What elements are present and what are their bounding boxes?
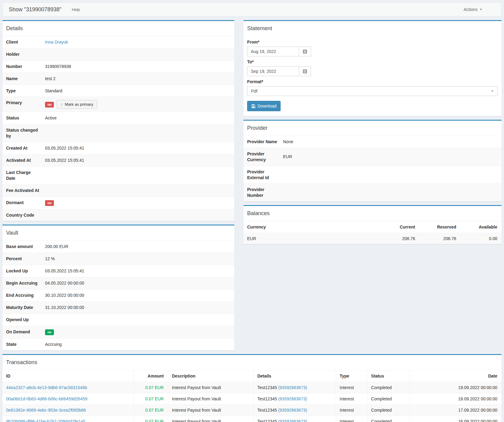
attr-row: Holder: [2, 48, 234, 60]
transaction-id: 44ea2327-a8cb-4e13-9db6-97ac5831546b: [2, 382, 134, 393]
column-header: Date: [410, 370, 502, 382]
calendar-icon: [303, 49, 307, 54]
details-panel: Details ClientInna DrayukHolderNumber319…: [2, 20, 234, 221]
column-header: Type: [336, 370, 367, 382]
attr-value: [43, 48, 234, 60]
transaction-account-link[interactable]: (93592663673): [278, 385, 307, 390]
vault-table: Base amount200.00 EURPercent12 %Locked U…: [2, 240, 234, 350]
to-date-group: [247, 66, 311, 76]
status-badge: no: [45, 102, 54, 108]
format-label: Format*: [247, 79, 498, 84]
transaction-id: 00a0b01d-0b83-4d68-b06c-b86459d26459: [2, 393, 134, 404]
download-label: Download: [257, 104, 276, 108]
transaction-status: Completed: [367, 382, 410, 393]
from-date-input[interactable]: [247, 47, 299, 56]
balance-currency: EUR: [243, 233, 378, 244]
attr-row: Base amount200.00 EUR: [2, 241, 234, 253]
column-header: Amount: [134, 370, 168, 382]
transaction-row: 44ea2327-a8cb-4e13-9db6-97ac5831546b0.07…: [2, 382, 502, 393]
attr-row: Last Charge Date: [2, 166, 234, 184]
transaction-id-link[interactable]: 9b20b088-df86-41be-b7b7-209d4d2fe1a5: [6, 419, 85, 422]
transaction-id-link[interactable]: 0e81082e-9069-4ebc-953e-3cea2f065b66: [6, 408, 86, 413]
attr-row: Activated At03.05.2022 15:05:41: [2, 154, 234, 167]
transaction-description: Interest Payout from Vault: [168, 393, 253, 404]
statement-panel: Statement From*: [243, 20, 502, 116]
attr-row: Maturity Date31.10.2022 00:00:00: [2, 301, 234, 314]
attr-row: Provider NameNone: [243, 136, 502, 148]
attr-row: Country Code: [2, 209, 234, 221]
transaction-type: Interest: [336, 382, 367, 393]
attr-value: Standard: [43, 85, 234, 97]
attr-label: Provider Name: [243, 136, 281, 148]
attr-value: Inna Drayuk: [43, 36, 234, 48]
attr-row: Provider Number: [243, 184, 502, 201]
mark-as-primary-button[interactable]: ↑Mark as primary: [57, 100, 97, 109]
transaction-id: 0e81082e-9069-4ebc-953e-3cea2f065b66: [2, 404, 134, 416]
attr-value: 200.00 EUR: [43, 241, 234, 253]
attr-label: Provider Number: [243, 184, 281, 201]
attr-row: Created At03.05.2022 15:05:41: [2, 142, 234, 154]
right-column: Statement From*: [243, 16, 502, 244]
attr-value: test 2: [43, 73, 234, 85]
balances-table: CurrencyCurrentReservedAvailable EUR208.…: [243, 221, 502, 244]
column-header: Current: [378, 221, 419, 233]
to-calendar-button[interactable]: [299, 66, 311, 76]
transaction-row: 9b20b088-df86-41be-b7b7-209d4d2fe1a50.07…: [2, 416, 502, 422]
attr-value: no: [43, 197, 234, 209]
attr-label: Holder: [2, 48, 43, 60]
transaction-row: 0e81082e-9069-4ebc-953e-3cea2f065b660.07…: [2, 404, 502, 416]
attr-value: 31.10.2022 00:00:00: [43, 301, 234, 314]
column-header: Details: [254, 370, 336, 382]
transaction-account-link[interactable]: (93592663673): [278, 419, 307, 422]
save-icon: [251, 104, 255, 108]
attr-value: [43, 314, 234, 326]
attr-row: TypeStandard: [2, 85, 234, 97]
attr-label: Base amount: [2, 241, 43, 253]
transactions-header-row: IDAmountDescriptionDetailsTypeStatusDate: [2, 370, 502, 382]
balance-current: 208.76: [378, 233, 419, 244]
attr-row: Begin Accruing04.05.2022 00:00:00: [2, 277, 234, 289]
to-date-input[interactable]: [247, 66, 299, 76]
attr-label: Number: [2, 60, 43, 73]
page-header: Show "31990078938" Help Actions ▼: [2, 2, 502, 16]
transaction-id-link[interactable]: 44ea2327-a8cb-4e13-9db6-97ac5831546b: [6, 385, 87, 390]
status-badge: no: [45, 200, 54, 206]
attr-row: Provider CurrencyEUR: [243, 148, 502, 166]
balances-panel-title: Balances: [243, 206, 502, 221]
attr-label: Percent: [2, 253, 43, 265]
attr-row: On Demandno: [2, 326, 234, 338]
help-link[interactable]: Help: [72, 7, 80, 12]
transaction-account-link[interactable]: (93592663673): [278, 408, 307, 413]
download-button[interactable]: Download: [247, 101, 281, 111]
format-select[interactable]: Pdf ▼: [247, 86, 498, 96]
details-panel-title: Details: [2, 21, 234, 36]
column-header: Currency: [243, 221, 378, 233]
actions-label: Actions: [464, 7, 478, 12]
transaction-account-link[interactable]: (93592663673): [278, 396, 307, 401]
attr-label: Locked Up: [2, 265, 43, 277]
attr-row: Nametest 2: [2, 73, 234, 85]
format-selected-value: Pdf: [251, 89, 257, 94]
transaction-description: Interest Payout from Vault: [168, 416, 253, 422]
attr-value: [43, 124, 234, 142]
balance-reserved: 208.76: [419, 233, 460, 244]
transaction-date: 19.09.2022 00:00:00: [410, 382, 502, 393]
attr-value: 03.05.2022 15:05:41: [43, 265, 234, 277]
actions-dropdown[interactable]: Actions ▼: [464, 7, 482, 12]
transaction-status: Completed: [367, 404, 410, 416]
transaction-id-link[interactable]: 00a0b01d-0b83-4d68-b06c-b86459d26459: [6, 396, 87, 401]
from-calendar-button[interactable]: [299, 47, 311, 56]
vault-panel-title: Vault: [2, 225, 234, 240]
transaction-amount: 0.07 EUR: [134, 393, 168, 404]
attr-label: Primary: [2, 97, 43, 112]
from-date-group: [247, 47, 311, 56]
client-link[interactable]: Inna Drayuk: [45, 40, 68, 44]
transaction-description: Interest Payout from Vault: [168, 382, 253, 393]
attr-label: State: [2, 338, 43, 350]
statement-panel-title: Statement: [243, 21, 502, 36]
attr-value: 03.05.2022 15:05:41: [43, 154, 234, 167]
column-header: Status: [367, 370, 410, 382]
attr-label: Fee Activated At: [2, 184, 43, 197]
attr-value: no↑Mark as primary: [43, 97, 234, 112]
transaction-amount: 0.07 EUR: [134, 416, 168, 422]
